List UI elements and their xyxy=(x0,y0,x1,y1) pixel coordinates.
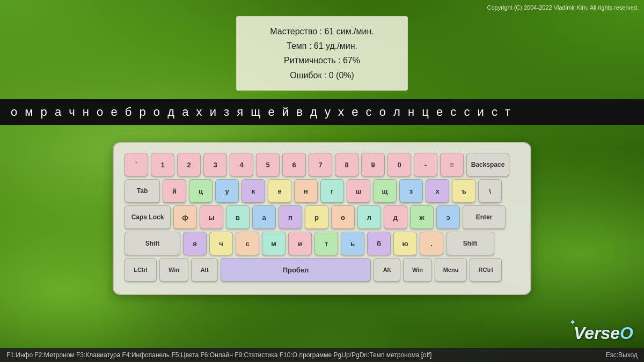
key-ы[interactable]: ы xyxy=(200,205,223,229)
key-в[interactable]: в xyxy=(226,205,250,229)
key-5[interactable]: 5 xyxy=(256,153,280,176)
typing-text: о м р а ч н о е б р о д а х и з я щ е й … xyxy=(11,105,513,119)
keyboard-row-3: Caps Lock ф ы в а п р о л д ж э Enter xyxy=(125,205,519,229)
key-8[interactable]: 8 xyxy=(335,153,358,176)
key-й[interactable]: й xyxy=(163,179,186,203)
key-lctrl[interactable]: LCtrl xyxy=(125,258,157,282)
key-я[interactable]: я xyxy=(183,232,207,255)
key-м[interactable]: м xyxy=(262,232,286,255)
key-э[interactable]: э xyxy=(436,205,460,229)
key-ч[interactable]: ч xyxy=(209,232,233,255)
key-win-left[interactable]: Win xyxy=(159,258,188,282)
key-0[interactable]: 0 xyxy=(387,153,411,176)
key-period[interactable]: . xyxy=(420,232,443,255)
tempo-stat: Темп : 61 уд./мин. xyxy=(254,39,390,53)
stats-panel: Мастерство : 61 сим./мин. Темп : 61 уд./… xyxy=(236,16,408,91)
errors-stat: Ошибок : 0 (0%) xyxy=(254,68,390,83)
rhythm-stat: Ритмичность : 67% xyxy=(254,53,390,68)
key-ъ[interactable]: ъ xyxy=(452,179,475,203)
key-backslash[interactable]: \ xyxy=(478,179,502,203)
key-backtick[interactable]: ` xyxy=(125,153,148,176)
key-ж[interactable]: ж xyxy=(410,205,434,229)
copyright-text: Copyright (C) 2004-2022 Vladimir Kim. Al… xyxy=(487,4,639,11)
key-л[interactable]: л xyxy=(357,205,381,229)
keyboard-row-1: ` 1 2 3 4 5 6 7 8 9 0 - = Backspace xyxy=(125,153,519,176)
key-space[interactable]: Пробел xyxy=(221,258,371,282)
key-ю[interactable]: ю xyxy=(393,232,417,255)
text-display: о м р а ч н о е б р о д а х и з я щ е й … xyxy=(0,99,644,125)
key-к[interactable]: к xyxy=(241,179,265,203)
key-н[interactable]: н xyxy=(294,179,318,203)
key-ш[interactable]: ш xyxy=(347,179,370,203)
key-е[interactable]: е xyxy=(268,179,291,203)
key-д[interactable]: д xyxy=(384,205,407,229)
verseo-text: Verse xyxy=(574,323,620,343)
keyboard-row-5: LCtrl Win Alt Пробел Alt Win Menu RCtrl xyxy=(125,258,519,282)
key-и[interactable]: и xyxy=(288,232,312,255)
key-3[interactable]: 3 xyxy=(203,153,227,176)
key-enter[interactable]: Enter xyxy=(463,205,506,229)
key-win-right[interactable]: Win xyxy=(403,258,432,282)
key-а[interactable]: а xyxy=(252,205,276,229)
key-ь[interactable]: ь xyxy=(341,232,364,255)
key-ц[interactable]: ц xyxy=(189,179,213,203)
key-shift-left[interactable]: Shift xyxy=(125,232,180,255)
key-п[interactable]: п xyxy=(279,205,302,229)
verseo-logo: VerseO ✦ xyxy=(574,323,633,343)
key-р[interactable]: р xyxy=(305,205,328,229)
key-rctrl[interactable]: RCtrl xyxy=(470,258,502,282)
key-equals[interactable]: = xyxy=(440,153,464,176)
status-bar: F1:Инфо F2:Метроном F3:Клавиатура F4:Инф… xyxy=(0,348,644,362)
status-bar-right: Esc:Выход xyxy=(606,351,638,359)
key-г[interactable]: г xyxy=(320,179,344,203)
key-minus[interactable]: - xyxy=(414,153,437,176)
key-с[interactable]: с xyxy=(236,232,259,255)
key-т[interactable]: т xyxy=(314,232,338,255)
key-х[interactable]: х xyxy=(426,179,449,203)
key-7[interactable]: 7 xyxy=(309,153,332,176)
key-shift-right[interactable]: Shift xyxy=(446,232,494,255)
key-backspace[interactable]: Backspace xyxy=(466,153,509,176)
status-bar-left: F1:Инфо F2:Метроном F3:Клавиатура F4:Инф… xyxy=(6,351,431,359)
keyboard-row-4: Shift я ч с м и т ь б ю . Shift xyxy=(125,232,519,255)
key-alt-left[interactable]: Alt xyxy=(191,258,218,282)
keyboard-row-2: Tab й ц у к е н г ш щ з х ъ \ xyxy=(125,179,519,203)
key-tab[interactable]: Tab xyxy=(125,179,160,203)
key-2[interactable]: 2 xyxy=(177,153,201,176)
key-1[interactable]: 1 xyxy=(151,153,174,176)
key-menu[interactable]: Menu xyxy=(435,258,467,282)
key-alt-right[interactable]: Alt xyxy=(374,258,400,282)
key-з[interactable]: з xyxy=(399,179,423,203)
key-о[interactable]: о xyxy=(331,205,355,229)
key-щ[interactable]: щ xyxy=(373,179,397,203)
key-б[interactable]: б xyxy=(367,232,391,255)
key-4[interactable]: 4 xyxy=(230,153,253,176)
key-6[interactable]: 6 xyxy=(282,153,306,176)
key-caps-lock[interactable]: Caps Lock xyxy=(125,205,171,229)
key-у[interactable]: у xyxy=(215,179,239,203)
keyboard: ` 1 2 3 4 5 6 7 8 9 0 - = Backspace Tab … xyxy=(113,142,531,295)
key-ф[interactable]: ф xyxy=(173,205,197,229)
key-9[interactable]: 9 xyxy=(361,153,385,176)
mastery-stat: Мастерство : 61 сим./мин. xyxy=(254,24,390,39)
verseo-o: O xyxy=(620,323,633,343)
